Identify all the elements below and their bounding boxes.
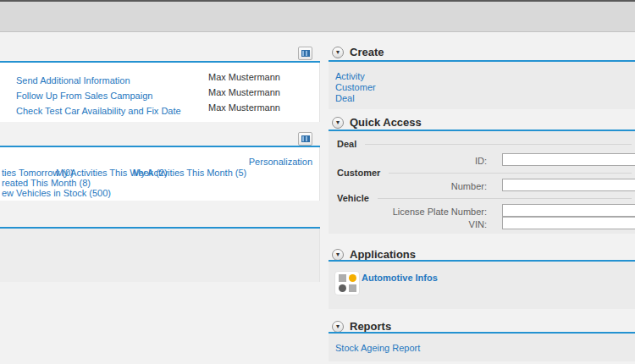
quick-access-section-title: Quick Access: [350, 116, 422, 129]
activities-panel-personalize-button[interactable]: [298, 132, 312, 146]
customer-number-input[interactable]: [502, 179, 635, 191]
task-link[interactable]: Follow Up From Sales Campaign: [16, 91, 152, 101]
customer-number-label: Number:: [337, 181, 487, 191]
automotive-infos-link[interactable]: Automotive Infos: [362, 273, 438, 283]
create-collapse-button[interactable]: ▾: [332, 47, 344, 58]
personalization-link[interactable]: Personalization: [249, 157, 312, 167]
create-deal-link[interactable]: Deal: [335, 93, 355, 103]
activities-panel-body: Personalization ties Tomorrow (0) My Act…: [0, 147, 320, 201]
create-panel-body: Activity Customer Deal: [329, 62, 635, 109]
tile-square-icon: [349, 284, 356, 292]
deal-id-input[interactable]: [502, 153, 635, 166]
create-activity-link[interactable]: Activity: [335, 71, 365, 81]
tile-orange-circle-icon: [349, 274, 356, 282]
create-customer-link[interactable]: Customer: [335, 82, 376, 92]
reports-panel-body: Stock Ageing Report: [329, 334, 635, 361]
right-column: ▾ Create Activity Customer Deal ▾ Quick …: [329, 32, 635, 364]
create-section-title: Create: [350, 46, 384, 58]
quick-access-collapse-button[interactable]: ▾: [332, 117, 344, 129]
task-row: Send Additional Information: [16, 72, 130, 87]
personalize-icon: [301, 50, 310, 57]
stock-ageing-report-link[interactable]: Stock Ageing Report: [335, 343, 420, 353]
group-rule: [365, 144, 632, 145]
created-this-month-link[interactable]: reated This Month (8): [2, 178, 91, 188]
vehicle-group-label: Vehicle: [337, 193, 369, 203]
activities-this-month-link[interactable]: My Activities This Month (5): [133, 168, 246, 178]
customer-group-header: Customer: [337, 168, 632, 178]
task-link[interactable]: Send Additional Information: [16, 75, 130, 85]
applications-collapse-button[interactable]: ▾: [332, 249, 344, 261]
task-owner: Max Mustermann: [208, 102, 280, 113]
reports-section-title: Reports: [350, 320, 391, 333]
tasks-panel-personalize-button[interactable]: [298, 47, 312, 60]
top-header-band: [0, 2, 635, 32]
automotive-infos-app-tile[interactable]: [334, 271, 360, 295]
license-plate-input[interactable]: [502, 204, 635, 217]
task-link[interactable]: Check Test Car Availability and Fix Date: [16, 106, 181, 116]
left-column: Send Additional Information Max Musterma…: [0, 32, 320, 364]
vin-input[interactable]: [502, 217, 635, 229]
tile-square-icon: [339, 274, 346, 282]
quick-access-panel-body: Deal ID: Customer Number: Vehicle Licens…: [329, 131, 635, 234]
vehicle-group-header: Vehicle: [337, 193, 632, 203]
customer-group-label: Customer: [337, 168, 380, 178]
task-row: Check Test Car Availability and Fix Date: [16, 102, 181, 118]
task-owner: Max Mustermann: [208, 72, 280, 82]
new-vehicles-in-stock-link[interactable]: ew Vehicles in Stock (500): [2, 188, 111, 198]
group-rule: [378, 198, 632, 199]
license-plate-label: License Plate Number:: [337, 207, 487, 217]
applications-panel-body: Automotive Infos: [329, 262, 635, 309]
task-owner: Max Mustermann: [208, 87, 280, 97]
reports-collapse-button[interactable]: ▾: [332, 321, 344, 333]
deal-group-header: Deal: [337, 139, 632, 149]
deal-id-label: ID:: [337, 156, 487, 166]
group-rule: [389, 173, 632, 174]
vin-label: VIN:: [337, 219, 487, 229]
task-row: Follow Up From Sales Campaign: [16, 87, 152, 102]
tile-dark-circle-icon: [339, 284, 346, 292]
third-panel-body: [0, 229, 320, 282]
deal-group-label: Deal: [337, 139, 356, 149]
applications-section-title: Applications: [350, 248, 416, 261]
personalize-icon: [301, 135, 310, 142]
tasks-panel-body: Send Additional Information Max Musterma…: [0, 63, 320, 122]
